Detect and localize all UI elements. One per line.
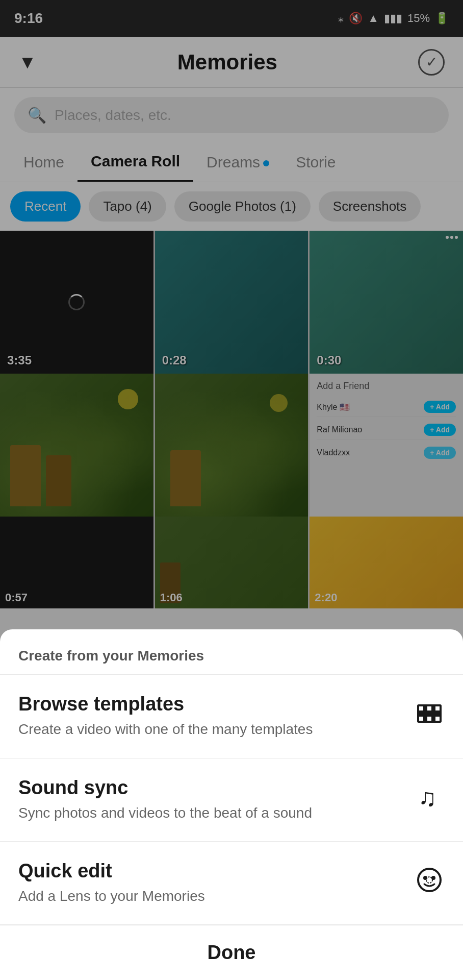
svg-rect-5 [427,717,431,721]
bottom-sheet: Create from your Memories Browse templat… [0,629,463,925]
sheet-item-title-edit: Quick edit [18,860,404,882]
svg-rect-3 [435,706,440,710]
sheet-item-content-templates: Browse templates Create a video with one… [18,693,414,739]
bottom-sheet-header: Create from your Memories [0,629,463,675]
svg-text:♫: ♫ [418,784,436,810]
sheet-item-content-sound: Sound sync Sync photos and videos to the… [18,777,414,823]
svg-rect-4 [419,717,423,721]
sheet-item-content-edit: Quick edit Add a Lens to your Memories [18,860,414,906]
svg-point-9 [418,869,441,891]
bottom-sheet-title: Create from your Memories [18,648,204,664]
sound-sync-icon: ♫ [414,783,445,816]
svg-point-12 [426,877,432,883]
sheet-item-desc-edit: Add a Lens to your Memories [18,886,404,906]
done-button[interactable]: Done [0,925,463,980]
sheet-item-desc-sound: Sync photos and videos to the beat of a … [18,803,404,823]
sheet-item-title-templates: Browse templates [18,693,404,715]
done-label: Done [208,942,256,964]
sheet-item-quick-edit[interactable]: Quick edit Add a Lens to your Memories [0,842,463,925]
templates-icon: 10 [414,700,445,732]
sheet-item-browse-templates[interactable]: Browse templates Create a video with one… [0,675,463,758]
sheet-item-sound-sync[interactable]: Sound sync Sync photos and videos to the… [0,758,463,842]
svg-rect-6 [435,717,440,721]
quick-edit-icon [414,867,445,899]
sheet-item-desc-templates: Create a video with one of the many temp… [18,719,404,739]
svg-rect-1 [419,706,423,710]
svg-rect-2 [427,706,431,710]
sheet-item-title-sound: Sound sync [18,777,404,799]
